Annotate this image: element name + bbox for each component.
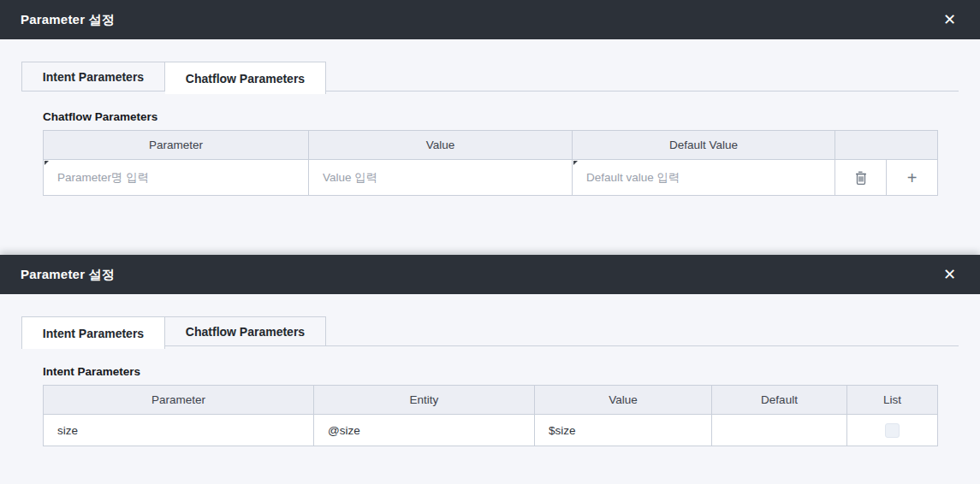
delete-cell xyxy=(835,160,887,196)
close-icon[interactable]: ✕ xyxy=(940,265,959,284)
column-header-entity: Entity xyxy=(314,386,535,415)
tab-label: Intent Parameters xyxy=(43,327,144,340)
default-value xyxy=(712,415,847,446)
parameter-settings-dialog-intent: Parameter 설정 ✕ Intent Parameters Chatflo… xyxy=(0,255,980,484)
column-header-list: List xyxy=(847,386,938,415)
parameter-name-cell xyxy=(44,160,309,196)
column-header-default: Default xyxy=(712,386,847,415)
tab-label: Chatflow Parameters xyxy=(186,72,305,86)
tab-intent-parameters[interactable]: Intent Parameters xyxy=(21,62,165,91)
close-icon[interactable]: ✕ xyxy=(940,10,959,29)
trash-icon xyxy=(854,170,868,186)
parameter-name-input[interactable] xyxy=(44,160,308,195)
value-value: $size xyxy=(535,415,712,446)
dialog-header: Parameter 설정 ✕ xyxy=(0,0,980,39)
list-cell xyxy=(847,415,938,446)
column-header-value: Value xyxy=(535,386,712,415)
delete-row-button[interactable] xyxy=(835,160,886,195)
parameter-settings-dialog-chatflow: Parameter 설정 ✕ Intent Parameters Chatflo… xyxy=(0,0,980,255)
chatflow-parameters-table: Parameter Value Default Value xyxy=(43,130,938,196)
column-header-value: Value xyxy=(309,131,573,160)
entity-value: @size xyxy=(314,415,535,446)
tab-strip: Intent Parameters Chatflow Parameters xyxy=(0,62,980,91)
column-header-default-value: Default Value xyxy=(573,131,835,160)
default-value-cell xyxy=(573,160,835,196)
table-row: + xyxy=(44,160,938,196)
default-value-input[interactable] xyxy=(573,160,834,195)
tab-label: Chatflow Parameters xyxy=(186,325,305,339)
add-row-button[interactable]: + xyxy=(887,160,937,195)
tab-chatflow-parameters[interactable]: Chatflow Parameters xyxy=(165,62,326,94)
table-header-row: Parameter Value Default Value xyxy=(44,131,938,160)
tab-strip: Intent Parameters Chatflow Parameters xyxy=(0,316,980,346)
column-header-parameter: Parameter xyxy=(44,386,314,415)
value-input[interactable] xyxy=(309,160,572,195)
column-header-parameter: Parameter xyxy=(44,131,309,160)
section-label: Chatflow Parameters xyxy=(43,110,937,123)
dialog-title: Parameter 설정 xyxy=(21,267,115,283)
value-cell xyxy=(309,160,573,196)
cell-corner-marker xyxy=(573,161,578,165)
cell-corner-marker xyxy=(45,161,49,165)
tab-chatflow-parameters[interactable]: Chatflow Parameters xyxy=(165,316,326,346)
dialog-body: Intent Parameters Chatflow Parameters In… xyxy=(0,316,980,484)
table-row: size @size $size xyxy=(44,415,938,446)
add-cell: + xyxy=(887,160,938,196)
tab-intent-parameters[interactable]: Intent Parameters xyxy=(21,316,165,349)
list-checkbox[interactable] xyxy=(885,423,900,438)
section-label: Intent Parameters xyxy=(43,365,937,378)
dialog-header: Parameter 설정 ✕ xyxy=(0,255,980,294)
dialog-body: Intent Parameters Chatflow Parameters Ch… xyxy=(0,62,980,255)
plus-icon: + xyxy=(907,169,918,186)
parameter-value: size xyxy=(44,415,314,446)
column-header-actions xyxy=(835,131,938,160)
tab-label: Intent Parameters xyxy=(43,70,144,84)
dialog-title: Parameter 설정 xyxy=(21,12,115,28)
intent-parameters-table: Parameter Entity Value Default List size… xyxy=(43,385,938,446)
table-header-row: Parameter Entity Value Default List xyxy=(44,386,938,415)
